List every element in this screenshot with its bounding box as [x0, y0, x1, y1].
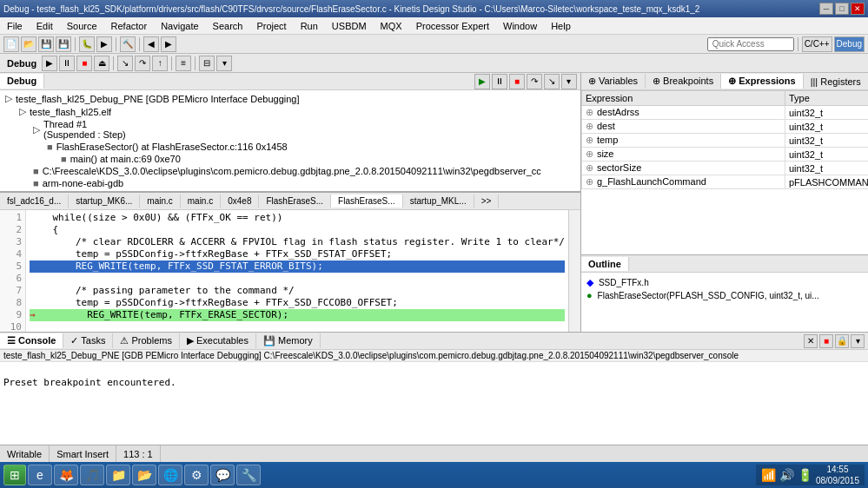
toolbar-sep-6 [171, 56, 172, 70]
close-button[interactable]: ✕ [851, 3, 865, 15]
menu-refactor[interactable]: Refactor [104, 19, 155, 33]
collapse-all-button[interactable]: ⊟ [199, 56, 215, 71]
code-tab-more[interactable]: >> [474, 195, 500, 208]
tree-item-0[interactable]: ▷teste_flash_kl25_Debug_PNE [GDB PEMicro… [2, 92, 579, 105]
code-text[interactable]: while((size > 0x0U) && (FTFx_OK == ret))… [26, 210, 568, 332]
menu-project[interactable]: Project [249, 19, 293, 33]
menu-mqx[interactable]: MQX [374, 19, 409, 33]
menu-usbdm[interactable]: USBDM [325, 19, 374, 33]
quick-access-input[interactable] [707, 37, 794, 51]
menu-processor-expert[interactable]: Processor Expert [409, 19, 496, 33]
menu-search[interactable]: Search [206, 19, 250, 33]
expr-cell-expr-0: ⊕destAdrss [581, 106, 785, 120]
code-tab-2[interactable]: main.c [140, 195, 180, 208]
debug-stepinto-btn[interactable]: ↘ [544, 74, 560, 89]
debug-tab-debug[interactable]: Debug [0, 74, 44, 89]
tree-item-1[interactable]: ▷teste_flash_kl25.elf [2, 105, 579, 118]
menu-source[interactable]: Source [60, 19, 104, 33]
resume-button[interactable]: ▶ [42, 56, 57, 71]
menu-file[interactable]: File [0, 19, 30, 33]
expr-row-0: ⊕destAdrssuint32_t0x1e800 [581, 106, 868, 120]
code-tab-0[interactable]: fsl_adc16_d... [0, 195, 69, 208]
code-line-10 [30, 321, 565, 332]
taskbar-settings[interactable]: ⚙ [184, 465, 209, 485]
tab-outline[interactable]: Outline [581, 257, 629, 271]
tree-item-3[interactable]: ■FlashEraseSector() at FlashEraseSector.… [2, 141, 579, 153]
console-scroll-lock-btn[interactable]: 🔒 [835, 334, 849, 348]
code-tab-1[interactable]: startup_MK6... [69, 195, 140, 208]
tab-registers[interactable]: ||| Registers [804, 75, 868, 89]
code-tab-5[interactable]: FlashEraseS... [259, 195, 331, 208]
code-tab-3[interactable]: main.c [181, 195, 221, 208]
tab-variables[interactable]: ⊕ Variables [581, 74, 646, 89]
debug-mode-button[interactable]: Debug [834, 36, 865, 52]
debug-tree-panel: Debug ▶ ⏸ ■ ↷ ↘ ▾ ▷teste_flash_kl25_Debu… [0, 73, 580, 192]
right-panels: ⊕ Variables ⊕ Breakpoints ⊕ Expressions … [581, 73, 868, 332]
menu-window[interactable]: Window [496, 19, 544, 33]
taskbar-chrome[interactable]: 🌐 [158, 465, 182, 485]
expr-table: Expression Type Value ⊕destAdrssuint32_t… [581, 90, 868, 254]
expr-cell-expr-3: ⊕size [581, 148, 785, 162]
taskbar-system-tray: 📶 🔊 🔋 14:55 08/09/2015 [756, 465, 865, 485]
build-button[interactable]: 🔨 [120, 36, 136, 52]
tab-memory[interactable]: 💾 Memory [256, 333, 321, 348]
taskbar-skype[interactable]: 💬 [210, 465, 235, 485]
new-button[interactable]: 📄 [3, 36, 19, 52]
tab-executables[interactable]: ▶ Executables [180, 333, 256, 348]
debug-suspend-btn[interactable]: ⏸ [492, 74, 507, 89]
expressions-table: Expression Type Value ⊕destAdrssuint32_t… [581, 90, 868, 189]
next-button[interactable]: ▶ [161, 36, 176, 52]
menu-edit[interactable]: Edit [30, 19, 60, 33]
tab-expressions[interactable]: ⊕ Expressions [721, 74, 803, 89]
suspend-button[interactable]: ⏸ [59, 56, 75, 71]
tab-console[interactable]: ☰ Console [0, 333, 63, 348]
code-tab-4[interactable]: 0x4e8 [221, 195, 259, 208]
outline-item-0[interactable]: ◆SSD_FTFx.h [585, 276, 868, 289]
lang-button[interactable]: C/C++ [802, 36, 832, 52]
prev-button[interactable]: ◀ [143, 36, 159, 52]
tree-item-5[interactable]: ■C:\Freescale\KDS_3.0.0\eclipse\plugins\… [2, 165, 579, 177]
code-tab-7[interactable]: startup_MKL... [403, 195, 474, 208]
taskbar-media[interactable]: 🎵 [80, 465, 104, 485]
step-over-button[interactable]: ↷ [135, 56, 150, 71]
tab-problems[interactable]: ⚠ Problems [113, 333, 180, 348]
outline-item-1[interactable]: ●FlashEraseSector(PFLASH_SSD_CONFIG, uin… [585, 289, 868, 301]
taskbar-folder[interactable]: 📁 [106, 465, 130, 485]
disconnect-button[interactable]: ⏏ [94, 56, 109, 71]
tab-breakpoints[interactable]: ⊕ Breakpoints [646, 74, 721, 89]
console-clear-btn[interactable]: ✕ [804, 334, 818, 348]
menu-run[interactable]: Run [294, 19, 325, 33]
console-stop-btn[interactable]: ■ [819, 334, 833, 348]
col-type: Type [785, 91, 868, 106]
tree-item-4[interactable]: ■main() at main.c:69 0xe70 [2, 153, 579, 165]
open-button[interactable]: 📂 [21, 36, 36, 52]
save-button[interactable]: 💾 [38, 36, 54, 52]
save-all-button[interactable]: 💾 [56, 36, 71, 52]
debug-stepover-btn[interactable]: ↷ [527, 74, 542, 89]
maximize-button[interactable]: □ [835, 3, 849, 15]
use-step-filters-button[interactable]: ≡ [176, 56, 191, 71]
minimize-button[interactable]: ─ [819, 3, 833, 15]
menu-help[interactable]: Help [544, 19, 578, 33]
tab-tasks[interactable]: ✓ Tasks [63, 333, 113, 348]
stop-button[interactable]: ■ [76, 56, 92, 71]
run-button[interactable]: ▶ [96, 36, 112, 52]
taskbar-firefox[interactable]: 🦊 [54, 465, 78, 485]
code-scrollbar[interactable] [568, 210, 580, 332]
debug-stop-btn[interactable]: ■ [509, 74, 525, 89]
console-view-btn[interactable]: ▾ [851, 334, 865, 348]
tree-item-6[interactable]: ■arm-none-eabi-gdb [2, 177, 579, 189]
tree-item-2[interactable]: ▷Thread #1 (Suspended : Step) [2, 118, 579, 141]
view-menu-button[interactable]: ▾ [216, 56, 232, 71]
debug-view-btn[interactable]: ▾ [561, 74, 577, 89]
taskbar-app[interactable]: 🔧 [236, 465, 261, 485]
debug-resume-btn[interactable]: ▶ [474, 74, 490, 89]
taskbar-folder2[interactable]: 📂 [132, 465, 156, 485]
menu-navigate[interactable]: Navigate [154, 19, 205, 33]
debug-button[interactable]: 🐛 [79, 36, 95, 52]
taskbar-ie[interactable]: e [28, 465, 52, 485]
start-button[interactable]: ⊞ [3, 465, 26, 485]
step-return-button[interactable]: ↑ [152, 56, 168, 71]
step-into-button[interactable]: ↘ [117, 56, 133, 71]
code-tab-6[interactable]: FlashEraseS... [331, 195, 403, 208]
